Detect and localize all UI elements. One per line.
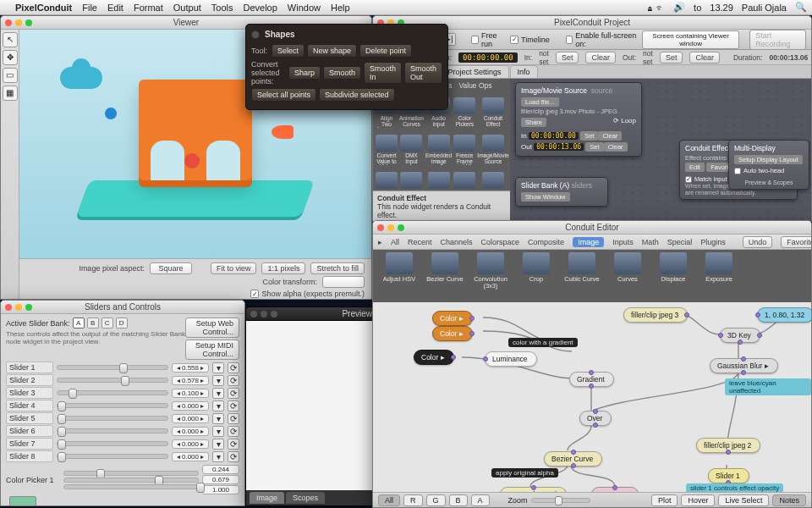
palette-item[interactable]: Cubic Curve [561,252,603,283]
source-node[interactable]: Image/Movie Source source Load file... f… [515,82,642,157]
luminance-node[interactable]: Luminance [485,351,537,367]
out-set-button[interactable]: Set [660,52,683,64]
slider-track[interactable] [57,428,168,433]
slider-track[interactable] [57,441,168,446]
close-icon[interactable] [251,30,260,39]
slider-loop-icon[interactable]: ⟳ [228,400,239,411]
palette-item[interactable]: Embedded Image [425,130,452,165]
slider-value[interactable]: ◂ 0.000 ▸ [172,414,209,423]
out-clear-button[interactable]: Clear [689,52,720,64]
conduit-titlebar[interactable]: Conduit Editor [373,221,811,235]
livesel-toggle[interactable]: Live Select [718,494,769,506]
slider-name[interactable]: Slider 1 [6,362,53,373]
conduit-graph[interactable]: Color ▸ Color ▸ Color ▸ Luminance color … [373,302,811,492]
newshape-button[interactable]: New shape [307,44,357,58]
preview-tab-scopes[interactable]: Scopes [286,492,325,504]
spotlight-icon[interactable]: 🔍 [795,2,807,13]
palette-item[interactable]: Conduit Effect [477,92,508,128]
sliders-titlebar[interactable]: Sliders and Controls [1,301,244,314]
channel-r[interactable]: R [403,494,423,506]
cat-valueops[interactable]: Value Ops [458,81,491,90]
slider-menu-icon[interactable]: ▾ [212,439,224,450]
traffic-lights[interactable] [5,19,32,26]
palette-item[interactable]: Adjust HSV [378,252,420,283]
palette-item[interactable]: Color Pickers [453,92,475,128]
palette-item[interactable]: Image/Movie Source [477,130,508,165]
palette-item[interactable]: DMX Input [399,130,424,165]
gradient-node[interactable]: Gradient [569,372,614,387]
bank-c[interactable]: C [102,318,113,329]
channel-g[interactable]: G [426,494,446,506]
slider-loop-icon[interactable]: ⟳ [228,413,239,424]
grid-tool-icon[interactable]: ▦ [3,86,18,101]
palette-item[interactable]: Convolution (3x3) [469,252,512,289]
slider-value[interactable]: ◂ 0.578 ▸ [172,376,209,385]
menu-help[interactable]: Help [331,3,350,13]
aspect-select[interactable]: Square [150,262,192,274]
slider-track[interactable] [57,403,168,408]
slider-name[interactable]: Slider 4 [6,400,53,411]
plot-toggle[interactable]: Plot [651,494,678,506]
slider-name[interactable]: Slider 3 [6,387,53,399]
in-set-button[interactable]: Set [556,52,579,64]
palette-item[interactable]: Crop [515,252,557,283]
select-button[interactable]: Select [272,44,304,58]
slider-menu-icon[interactable]: ▾ [212,375,224,386]
deletepoint-button[interactable]: Delete point [359,44,412,58]
slider-loop-icon[interactable]: ⟳ [228,375,239,386]
slider-menu-icon[interactable]: ▾ [212,362,224,373]
screen-select[interactable]: Screen containing Viewer window [642,30,739,49]
tab-info[interactable]: Info [510,65,538,78]
slider-track[interactable] [57,416,168,421]
fullscreen-check[interactable]: Enable full-screen on: [566,31,638,48]
menu-output[interactable]: Output [173,3,201,13]
slider-value[interactable]: ◂ 0.000 ▸ [172,427,209,436]
channel-b[interactable]: B [449,494,468,506]
slider-menu-icon[interactable]: ▾ [212,451,224,462]
traffic-lights[interactable] [377,224,404,231]
slider-track[interactable] [57,390,168,395]
selectall-button[interactable]: Select all points [251,88,316,102]
palette-item[interactable]: Displace [652,252,694,283]
bank-d[interactable]: D [116,318,128,329]
start-recording-button[interactable]: Start Recording [749,30,806,50]
shapes-popover[interactable]: Shapes Tool: Select New shape Delete poi… [245,24,448,110]
slider-name[interactable]: Slider 7 [6,438,53,450]
notes-toggle[interactable]: Notes [772,494,806,506]
slider-value[interactable]: ◂ 0.100 ▸ [172,389,209,398]
app-name[interactable]: PixelConduit [15,3,72,13]
sharp-button[interactable]: Sharp [288,66,321,80]
zoom-slider[interactable] [531,498,590,503]
user-name[interactable]: Pauli Ojala [742,3,787,13]
fit-button[interactable]: Fit to view [211,262,257,274]
in-clear-button[interactable]: Clear [585,52,616,64]
slider-loop-icon[interactable]: ⟳ [228,426,239,437]
smoothin-button[interactable]: Smooth In [364,62,402,84]
one-to-one-button[interactable]: 1:1 pixels [261,262,305,274]
slider-menu-icon[interactable]: ▾ [212,400,224,411]
volume-icon[interactable]: 🔊 [673,2,685,13]
slider-loop-icon[interactable]: ⟳ [228,439,239,450]
menu-tools[interactable]: Tools [211,3,233,13]
color-node[interactable]: Color ▸ [414,350,454,365]
menu-edit[interactable]: Edit [107,3,123,13]
smooth-button[interactable]: Smooth [323,66,361,80]
arrow-tool-icon[interactable]: ↖ [3,32,18,47]
display-node[interactable]: Multi-Display Setup Display Layout Auto … [728,140,809,190]
palette-item[interactable]: Freeze Frame and Mix [453,130,475,165]
channel-a[interactable]: A [471,494,490,506]
slider-value[interactable]: ◂ 0.000 ▸ [172,452,209,461]
show-window-button[interactable]: Show Window [521,192,570,202]
key-node[interactable]: 3D Key [720,328,760,343]
slider-node[interactable]: Slider 1 [708,468,749,483]
crop-tool-icon[interactable]: ▭ [3,68,18,83]
bezier-node[interactable]: Bezier Curve [544,451,602,467]
over-node[interactable]: Over [579,411,612,426]
traffic-lights[interactable] [250,311,277,318]
slider-value[interactable]: ◂ 0.558 ▸ [172,363,209,373]
freerun-radio[interactable]: Free run [471,31,505,48]
bank-a[interactable]: A [73,318,85,329]
tab-projectsettings[interactable]: Project Settings [441,65,509,78]
stretch-button[interactable]: Stretch to fill [310,262,365,274]
slider-menu-icon[interactable]: ▾ [212,413,224,424]
